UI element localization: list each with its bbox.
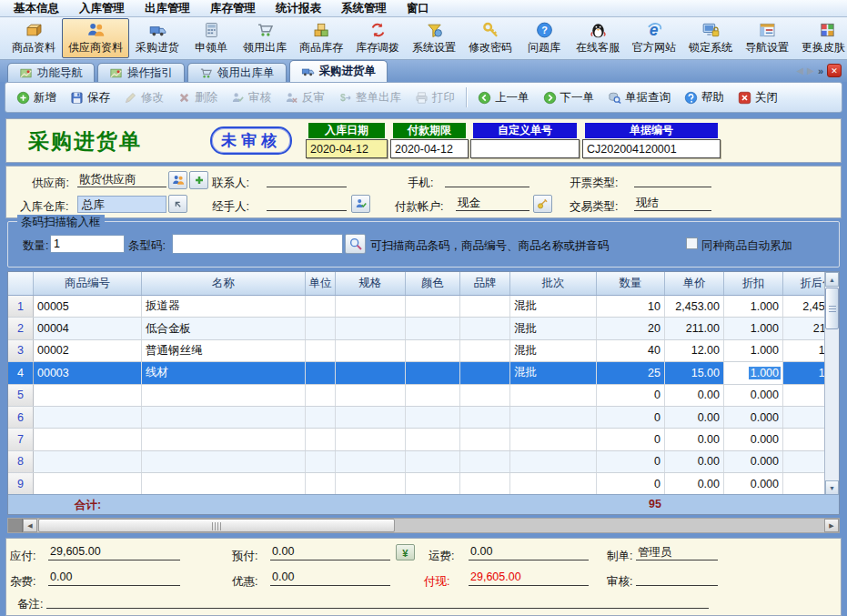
handler-field[interactable] bbox=[267, 196, 347, 211]
cell-discount[interactable]: 1.000 bbox=[724, 362, 783, 383]
menu-item-window-menu[interactable]: 窗口 bbox=[397, 0, 439, 16]
vertical-scroll-thumb[interactable] bbox=[825, 288, 839, 329]
table-row[interactable]: 300002普通钢丝绳混批4012.001.00012.00 bbox=[8, 340, 825, 362]
col-batch[interactable]: 批次 bbox=[510, 272, 597, 295]
cell-unit[interactable] bbox=[306, 296, 336, 317]
cell-spec[interactable] bbox=[336, 451, 406, 472]
cell-spec[interactable] bbox=[336, 407, 406, 428]
tab-purchase-order[interactable]: 采购进货单 bbox=[289, 60, 388, 82]
cell-item-code[interactable]: 00005 bbox=[34, 296, 142, 317]
table-row[interactable]: 700.000.000 bbox=[8, 429, 825, 450]
cell-color[interactable] bbox=[406, 407, 460, 428]
cell-discounted-price[interactable]: 15.00 bbox=[783, 362, 825, 383]
cell-price[interactable]: 0.00 bbox=[665, 429, 724, 449]
supplier-browse-button[interactable] bbox=[168, 171, 187, 189]
cell-price[interactable]: 0.00 bbox=[665, 451, 724, 472]
action-close-button[interactable]: 关闭 bbox=[731, 87, 784, 108]
cell-color[interactable] bbox=[406, 429, 460, 449]
invoice-type-field[interactable] bbox=[634, 172, 711, 187]
table-row[interactable]: 500.000.000 bbox=[8, 385, 825, 407]
cell-item-code[interactable] bbox=[34, 385, 142, 406]
cell-discounted-price[interactable] bbox=[783, 451, 825, 472]
table-row[interactable]: 900.000.000 bbox=[8, 473, 825, 495]
col-discount[interactable]: 折扣 bbox=[724, 272, 783, 295]
cell-price[interactable]: 0.00 bbox=[665, 407, 724, 428]
cell-discounted-price[interactable] bbox=[783, 429, 825, 449]
cell-color[interactable] bbox=[406, 451, 460, 472]
toolbar-item-supplier-info[interactable]: 供应商资料 bbox=[62, 18, 129, 58]
cell-discount[interactable]: 0.000 bbox=[724, 473, 783, 494]
cell-spec[interactable] bbox=[336, 385, 406, 406]
cell-brand[interactable] bbox=[460, 340, 510, 361]
prepaid-pay-button[interactable]: ¥ bbox=[396, 544, 415, 560]
cell-unit[interactable] bbox=[306, 407, 336, 428]
toolbar-item-official-website[interactable]: e官方网站 bbox=[626, 18, 682, 58]
cell-batch[interactable] bbox=[510, 473, 597, 494]
cell-discount[interactable]: 0.000 bbox=[724, 407, 783, 428]
cell-qty[interactable]: 10 bbox=[597, 296, 665, 317]
toolbar-item-change-password[interactable]: 修改密码 bbox=[462, 18, 519, 58]
cell-name[interactable]: 扳道器 bbox=[142, 296, 306, 317]
cell-price[interactable]: 0.00 bbox=[665, 473, 724, 494]
tab-overflow-icon[interactable]: » bbox=[818, 66, 823, 76]
scroll-right-icon[interactable]: ▶ bbox=[824, 519, 839, 532]
note-value[interactable] bbox=[46, 593, 709, 609]
cell-batch[interactable] bbox=[510, 407, 597, 428]
cell-brand[interactable] bbox=[460, 362, 510, 383]
action-prev-order-button[interactable]: 上一单 bbox=[471, 87, 536, 108]
pay-account-field[interactable]: 现金 bbox=[456, 196, 529, 211]
cell-discount[interactable]: 0.000 bbox=[724, 451, 783, 472]
scroll-left-icon[interactable]: ◀ bbox=[23, 519, 37, 532]
doc-field-order-no-value[interactable]: CJ202004120001 bbox=[582, 139, 721, 158]
col-qty[interactable]: 数量 bbox=[597, 272, 665, 295]
cell-price[interactable]: 0.00 bbox=[665, 385, 724, 406]
cell-discounted-price[interactable]: 12.00 bbox=[783, 340, 825, 361]
cell-unit[interactable] bbox=[306, 362, 336, 383]
cell-brand[interactable] bbox=[460, 296, 510, 317]
cell-item-code[interactable] bbox=[34, 407, 142, 428]
action-order-query-button[interactable]: 单据查询 bbox=[601, 87, 677, 108]
freight-value[interactable]: 0.00 bbox=[469, 545, 589, 560]
cell-unit[interactable] bbox=[306, 429, 336, 449]
cell-spec[interactable] bbox=[336, 362, 406, 383]
cell-qty[interactable]: 0 bbox=[597, 429, 665, 449]
action-help-button[interactable]: 帮助 bbox=[678, 87, 731, 108]
cell-color[interactable] bbox=[406, 473, 460, 494]
doc-field-payment-deadline-value[interactable]: 2020-04-12 bbox=[390, 139, 469, 158]
cell-discounted-price[interactable] bbox=[783, 407, 825, 428]
cell-name[interactable] bbox=[142, 451, 306, 472]
cell-batch[interactable] bbox=[510, 451, 597, 472]
cell-batch[interactable]: 混批 bbox=[510, 296, 597, 317]
cell-batch[interactable]: 混批 bbox=[510, 362, 597, 383]
cell-item-code[interactable] bbox=[34, 473, 142, 494]
cell-spec[interactable] bbox=[336, 318, 406, 338]
cell-item-code[interactable] bbox=[34, 451, 142, 472]
cell-color[interactable] bbox=[406, 385, 460, 406]
cell-item-code[interactable]: 00002 bbox=[34, 340, 142, 361]
warehouse-select-button[interactable] bbox=[168, 195, 187, 213]
col-name[interactable]: 名称 bbox=[142, 272, 306, 295]
supplier-field[interactable]: 散货供应商 bbox=[77, 172, 166, 187]
cell-spec[interactable] bbox=[336, 473, 406, 494]
col-color[interactable]: 颜色 bbox=[406, 272, 460, 295]
cell-price[interactable]: 2,453.00 bbox=[665, 296, 724, 317]
trade-type-field[interactable]: 现结 bbox=[634, 196, 711, 211]
cell-brand[interactable] bbox=[460, 407, 510, 428]
table-row[interactable]: 800.000.000 bbox=[8, 451, 825, 473]
toolbar-item-question-bank[interactable]: ?问题库 bbox=[519, 18, 570, 58]
cell-unit[interactable] bbox=[306, 451, 336, 472]
toolbar-item-goods-info[interactable]: 商品资料 bbox=[5, 18, 62, 58]
table-row[interactable]: 100005扳道器混批102,453.001.0002,453.00 bbox=[8, 296, 825, 318]
cell-price[interactable]: 12.00 bbox=[665, 340, 724, 361]
col-brand[interactable]: 品牌 bbox=[460, 272, 510, 295]
cell-discount[interactable]: 1.000 bbox=[724, 296, 783, 317]
supplier-add-button[interactable] bbox=[189, 171, 208, 189]
cell-unit[interactable] bbox=[306, 473, 336, 494]
toolbar-item-lock-system[interactable]: 锁定系统 bbox=[682, 18, 739, 58]
cell-qty[interactable]: 0 bbox=[597, 407, 665, 428]
warehouse-field[interactable]: 总库 bbox=[77, 196, 166, 213]
cell-color[interactable] bbox=[406, 318, 460, 338]
action-save-button[interactable]: 保存 bbox=[64, 87, 116, 108]
horizontal-scroll-thumb[interactable] bbox=[38, 519, 395, 532]
cell-discount[interactable]: 0.000 bbox=[724, 429, 783, 449]
